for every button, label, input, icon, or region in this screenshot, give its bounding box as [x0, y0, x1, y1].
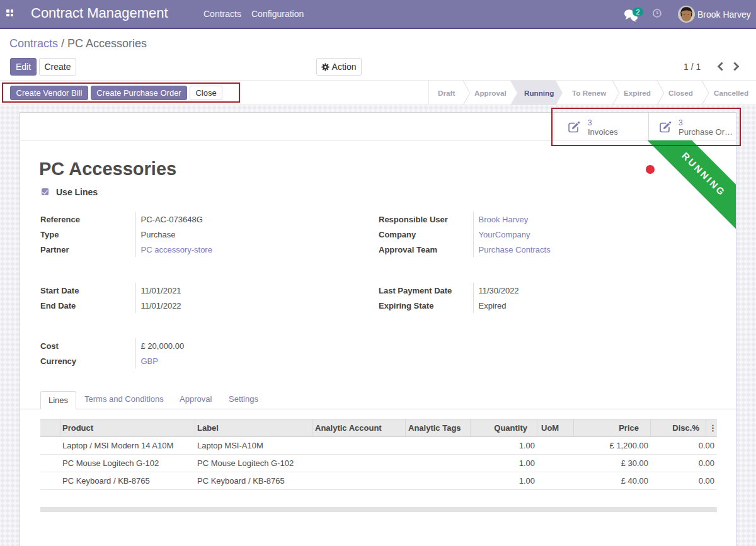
svg-text:Expired: Expired — [624, 89, 651, 97]
svg-text:Closed: Closed — [668, 89, 693, 97]
svg-text:Approval: Approval — [474, 89, 507, 97]
svg-text:Cancelled: Cancelled — [714, 89, 748, 97]
svg-text:Running: Running — [524, 89, 554, 97]
svg-text:To Renew: To Renew — [572, 89, 607, 97]
svg-text:Draft: Draft — [438, 89, 455, 97]
